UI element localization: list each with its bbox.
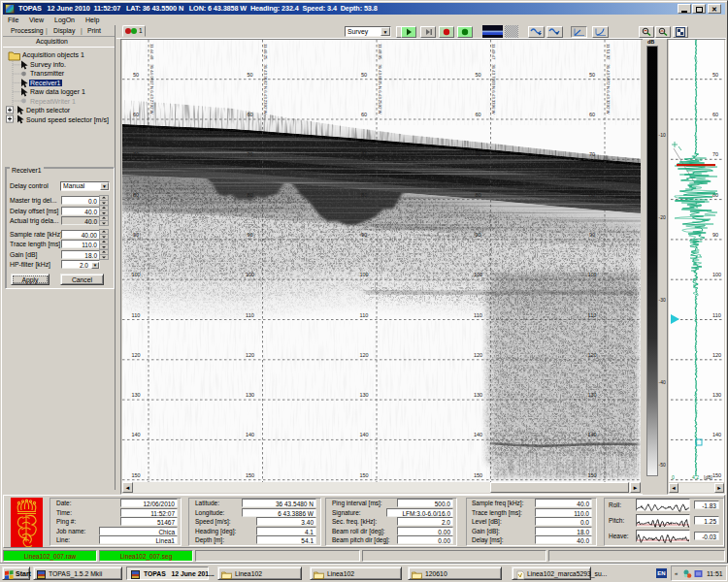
svg-text:120: 120 [712, 352, 721, 358]
svg-text:130: 130 [246, 392, 254, 398]
svg-text:70: 70 [589, 151, 595, 157]
svg-text:150: 150 [712, 472, 721, 478]
svg-text:110: 110 [360, 312, 369, 318]
svg-text:50: 50 [475, 72, 480, 78]
svg-text:110: 110 [132, 312, 141, 318]
svg-text:60: 60 [712, 112, 718, 117]
svg-text:100: 100 [246, 272, 254, 277]
svg-text:100: 100 [359, 272, 368, 277]
svg-text:110: 110 [588, 312, 597, 318]
svg-text:50: 50 [589, 72, 595, 78]
svg-text:100: 100 [131, 272, 140, 277]
svg-text:150: 150 [587, 472, 596, 478]
svg-text:100: 100 [587, 272, 596, 277]
svg-text:130: 130 [359, 392, 368, 398]
svg-text:90: 90 [589, 232, 595, 238]
svg-text:150: 150 [131, 472, 140, 478]
svg-text:-40: -40 [659, 379, 666, 385]
svg-text:130: 130 [474, 392, 482, 398]
svg-text:90: 90 [133, 232, 139, 238]
svg-text:140: 140 [712, 432, 721, 437]
svg-text:100: 100 [712, 272, 721, 277]
svg-text:150: 150 [246, 472, 254, 478]
svg-text:120: 120 [587, 352, 596, 358]
svg-text:50: 50 [247, 72, 252, 78]
svg-text:-10: -10 [659, 132, 666, 138]
svg-text:-20: -20 [659, 214, 666, 220]
svg-text:140: 140 [246, 432, 254, 437]
svg-text:100: 100 [474, 272, 482, 277]
svg-text:0: 0 [672, 474, 675, 480]
svg-text:140: 140 [359, 432, 368, 437]
svg-text:120: 120 [359, 352, 368, 358]
svg-text:70: 70 [712, 151, 718, 157]
svg-text:80: 80 [361, 192, 367, 198]
svg-text:110: 110 [474, 312, 482, 318]
svg-text:50: 50 [361, 72, 367, 78]
svg-text:60: 60 [133, 112, 139, 117]
svg-text:90: 90 [361, 232, 367, 238]
svg-text:50: 50 [133, 72, 139, 78]
svg-text:-30: -30 [659, 297, 666, 303]
svg-text:90: 90 [247, 232, 252, 238]
svg-text:4.2: 4.2 [692, 474, 699, 480]
svg-text:-50: -50 [659, 462, 666, 468]
svg-text:70: 70 [361, 151, 367, 157]
svg-text:80: 80 [589, 192, 595, 198]
svg-text:60: 60 [589, 112, 595, 117]
svg-text:140: 140 [131, 432, 140, 437]
svg-text:120: 120 [474, 352, 482, 358]
svg-text:60: 60 [475, 112, 480, 117]
svg-text:90: 90 [475, 232, 480, 238]
svg-text:80: 80 [133, 192, 139, 198]
svg-text:130: 130 [587, 392, 596, 398]
svg-text:60: 60 [247, 112, 252, 117]
svg-text:60: 60 [361, 112, 367, 117]
svg-text:140: 140 [587, 432, 596, 437]
svg-text:50: 50 [712, 72, 718, 78]
svg-text:70: 70 [475, 151, 480, 157]
svg-text:70: 70 [247, 151, 252, 157]
svg-text:80: 80 [247, 192, 252, 198]
svg-text:110: 110 [712, 312, 721, 318]
svg-text:150: 150 [474, 472, 482, 478]
svg-text:70: 70 [133, 151, 139, 157]
svg-text:150: 150 [359, 472, 368, 478]
svg-text:130: 130 [131, 392, 140, 398]
svg-text:140: 140 [474, 432, 482, 437]
svg-text:90: 90 [712, 232, 718, 238]
svg-text:[dB]: [dB] [704, 474, 713, 480]
svg-text:80: 80 [475, 192, 480, 198]
svg-text:120: 120 [246, 352, 254, 358]
svg-text:110: 110 [246, 312, 254, 318]
svg-text:120: 120 [131, 352, 140, 358]
svg-text:130: 130 [712, 392, 721, 398]
